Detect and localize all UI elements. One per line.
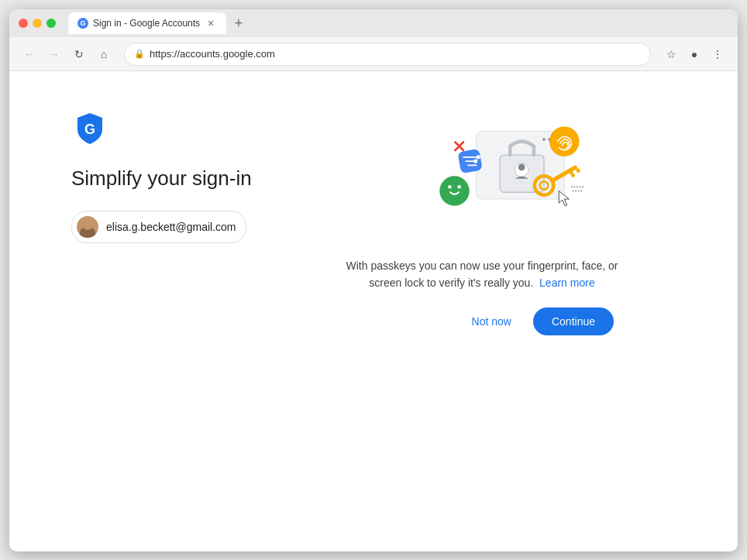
- title-bar: G Sign in - Google Accounts × +: [9, 9, 738, 37]
- description-text: With passkeys you can now use your finge…: [335, 257, 629, 292]
- passkey-illustration: [381, 102, 629, 242]
- page-content: G Simplify your sign-in elisa.g.beckett@…: [9, 71, 738, 551]
- active-tab[interactable]: G Sign in - Google Accounts ×: [68, 12, 226, 34]
- new-tab-button[interactable]: +: [229, 14, 248, 33]
- lock-icon: 🔒: [134, 49, 145, 59]
- home-button[interactable]: ⌂: [93, 43, 115, 65]
- svg-point-7: [518, 164, 525, 171]
- svg-point-16: [448, 185, 451, 188]
- browser-window: G Sign in - Google Accounts × + ← → ↻ ⌂ …: [9, 9, 738, 551]
- tab-close-button[interactable]: ×: [205, 17, 217, 29]
- svg-point-14: [473, 159, 477, 163]
- nav-bar: ← → ↻ ⌂ 🔒 https://accounts.google.com ☆ …: [9, 37, 738, 71]
- user-chip: elisa.g.beckett@gmail.com: [71, 211, 246, 243]
- menu-button[interactable]: ⋮: [707, 43, 728, 65]
- svg-point-2: [542, 138, 546, 141]
- tab-favicon-icon: G: [77, 18, 88, 29]
- svg-text:G: G: [84, 122, 95, 137]
- forward-button[interactable]: →: [43, 43, 65, 65]
- refresh-button[interactable]: ↻: [68, 43, 90, 65]
- minimize-window-button[interactable]: [33, 19, 42, 28]
- google-shield-logo: G: [71, 110, 108, 147]
- right-column: With passkeys you can now use your finge…: [335, 102, 676, 335]
- bookmark-button[interactable]: ☆: [660, 43, 682, 65]
- account-button[interactable]: ●: [683, 43, 705, 65]
- address-bar[interactable]: 🔒 https://accounts.google.com: [124, 43, 651, 66]
- left-column: G Simplify your sign-in elisa.g.beckett@…: [71, 102, 288, 243]
- user-avatar: [77, 216, 98, 238]
- tab-bar: G Sign in - Google Accounts × +: [68, 12, 728, 34]
- svg-point-17: [457, 185, 460, 188]
- nav-right-controls: ☆ ● ⋮: [660, 43, 728, 65]
- svg-point-8: [549, 126, 580, 156]
- maximize-window-button[interactable]: [46, 19, 56, 28]
- close-window-button[interactable]: [19, 19, 28, 28]
- button-row: Not now Continue: [335, 307, 629, 335]
- svg-point-15: [439, 176, 470, 206]
- learn-more-link[interactable]: Learn more: [539, 277, 595, 289]
- not-now-button[interactable]: Not now: [456, 307, 527, 335]
- traffic-lights: [19, 19, 56, 28]
- page-title: Simplify your sign-in: [71, 166, 288, 192]
- continue-button[interactable]: Continue: [533, 307, 614, 335]
- tab-title: Sign in - Google Accounts: [93, 18, 200, 29]
- svg-point-13: [477, 155, 480, 159]
- back-button[interactable]: ←: [19, 43, 40, 65]
- user-email: elisa.g.beckett@gmail.com: [106, 221, 236, 233]
- page-inner: G Simplify your sign-in elisa.g.beckett@…: [9, 71, 738, 551]
- url-display: https://accounts.google.com: [150, 48, 641, 60]
